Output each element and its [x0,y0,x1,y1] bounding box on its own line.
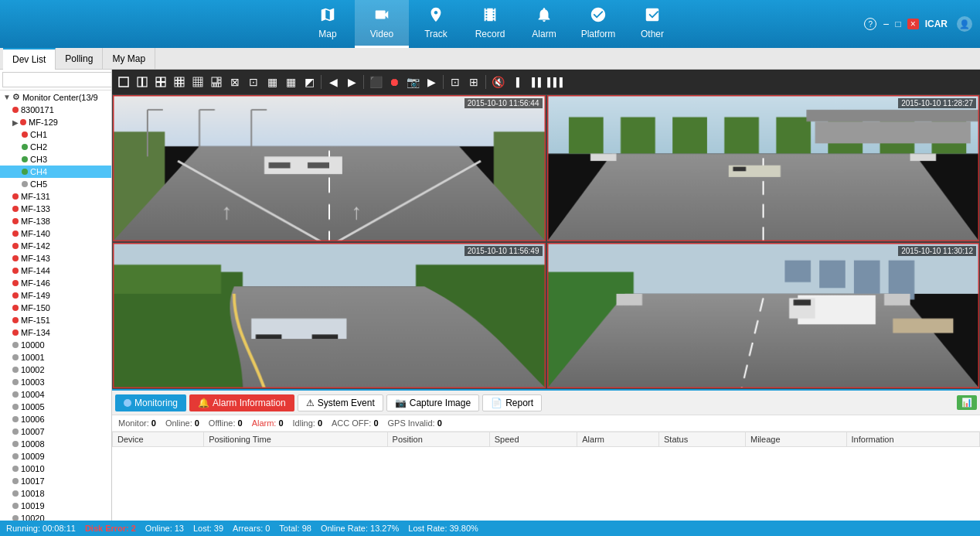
tree-item-ch3[interactable]: CH3 [0,153,111,166]
video-icon [373,6,390,27]
tree-item-mf-140[interactable]: MF-140 [0,227,111,240]
split-btn[interactable]: ⊞ [465,73,482,90]
stop-btn[interactable]: ⬛ [367,73,384,90]
nav-platform[interactable]: Platform [571,0,625,48]
tree-item-10019[interactable]: 10019 [0,500,111,512]
layout-1x1-btn[interactable] [115,73,132,90]
nav-track[interactable]: Track [409,0,463,48]
statusbar-online: Online: 13 [145,524,184,533]
record-btn[interactable]: ⏺ [386,73,403,90]
tree-item-10009[interactable]: 10009 [0,450,111,463]
top-right-controls: ? − □ × ICAR 👤 [864,0,972,48]
tab-devlist[interactable]: Dev List [3,48,56,70]
export-button[interactable]: 📊 [957,395,977,410]
layout-special4-btn[interactable]: ▦ [264,73,281,90]
platform-icon [590,6,607,27]
video-canvas-bl [113,243,546,389]
layout-4x4-btn[interactable] [189,73,206,90]
tree-item-mf-134[interactable]: MF-134 [0,326,111,339]
alarm-tab-icon: 🔔 [198,398,209,408]
tab-report[interactable]: 📄 Report [482,394,542,411]
sidebar-search-input[interactable] [2,72,112,87]
status-monitor: Monitor: 0 [118,418,156,428]
nav-map[interactable]: Map [301,0,355,48]
status-dot [12,490,19,497]
tree-item-10003[interactable]: 10003 [0,376,111,388]
snapshot-btn[interactable]: 📷 [404,73,421,90]
tree-item-mf-150[interactable]: MF-150 [0,302,111,314]
record-icon [481,6,499,27]
tree-item-ch4[interactable]: CH4 [0,166,111,178]
nav-alarm[interactable]: Alarm [517,0,571,48]
next-btn[interactable]: ▶ [343,73,360,90]
nav-other[interactable]: Other [625,0,679,48]
volume-high-btn[interactable]: ▐▐▐ [545,73,562,90]
tree-item-10018[interactable]: 10018 [0,487,111,500]
volume-mid-btn[interactable]: ▐▐ [526,73,543,90]
tree-item-mf-129[interactable]: ▶MF-129 [0,116,111,128]
tab-alarm-info[interactable]: 🔔 Alarm Information [189,394,294,411]
tree-item-ch1[interactable]: CH1 [0,128,111,141]
tab-mymap[interactable]: My Map [103,48,155,70]
user-avatar[interactable]: 👤 [957,16,972,32]
prev-btn[interactable]: ◀ [325,73,342,90]
layout-3x3-btn[interactable] [171,73,188,90]
tab-monitoring[interactable]: Monitoring [115,394,186,411]
maximize-icon[interactable]: □ [895,19,900,29]
tree-item-10017[interactable]: 10017 [0,475,111,487]
layout-1x2-btn[interactable] [134,73,151,90]
tree-item-mf-144[interactable]: MF-144 [0,265,111,277]
tab-system-event[interactable]: ⚠ System Event [298,394,383,411]
close-icon[interactable]: × [907,19,919,29]
video-grid: 2015-10-10 11:56:44 2015-10-10 11:28:27 … [112,94,980,389]
nav-record[interactable]: Record [463,0,517,48]
tree-item-mf-143[interactable]: MF-143 [0,252,111,265]
minimize-icon[interactable]: − [883,18,889,30]
tree-item-mf-138[interactable]: MF-138 [0,215,111,227]
layout-special2-btn[interactable]: ⊠ [226,73,243,90]
layout-special5-btn[interactable]: ▦ [282,73,299,90]
tree-item-mf-142[interactable]: MF-142 [0,240,111,252]
tab-capture-image[interactable]: 📷 Capture Image [386,394,479,411]
help-icon[interactable]: ? [864,18,876,30]
tree-item-10010[interactable]: 10010 [0,463,111,475]
tree-item-mf-133[interactable]: MF-133 [0,203,111,215]
tree-item-10001[interactable]: 10001 [0,351,111,364]
video-cell-tr[interactable]: 2015-10-10 11:28:27 [546,94,981,242]
tree-item-10004[interactable]: 10004 [0,388,111,401]
nav-video[interactable]: Video [355,0,409,48]
tree-item-mf-131[interactable]: MF-131 [0,190,111,203]
tree-item-10008[interactable]: 10008 [0,438,111,450]
tree-item-10006[interactable]: 10006 [0,413,111,425]
svg-rect-1 [138,77,142,87]
mute-btn[interactable]: 🔇 [489,73,506,90]
tab-polling[interactable]: Polling [56,48,103,70]
layout-special3-btn[interactable]: ⊡ [245,73,262,90]
tree-item-label: MF-144 [21,266,50,275]
tree-item-10000[interactable]: 10000 [0,339,111,351]
tree-item-mf-149[interactable]: MF-149 [0,289,111,302]
nav-alarm-label: Alarm [532,29,556,39]
fullscreen-btn[interactable]: ⊡ [447,73,464,90]
tree-item-monitor-center[interactable]: ▼⚙Monitor Center(13/9 [0,90,111,104]
tree-item-8300171[interactable]: 8300171 [0,104,111,116]
status-dot [12,329,19,336]
video-cell-br[interactable]: 2015-10-10 11:30:12 [546,242,981,390]
tree-item-mf-146[interactable]: MF-146 [0,277,111,289]
volume-low-btn[interactable]: ▐ [508,73,525,90]
svg-rect-29 [219,84,222,87]
video-cell-tl[interactable]: 2015-10-10 11:56:44 [112,94,546,242]
tree-item-10005[interactable]: 10005 [0,401,111,413]
tree-item-mf-151[interactable]: MF-151 [0,314,111,326]
layout-special6-btn[interactable]: ◩ [301,73,318,90]
tree-item-ch5[interactable]: CH5 [0,178,111,190]
video-cell-bl[interactable]: 2015-10-10 11:56:49 [112,242,546,390]
center-panel: ⊠ ⊡ ▦ ▦ ◩ ◀ ▶ ⬛ ⏺ 📷 ▶ ⊡ ⊞ 🔇 ▐ ▐▐ ▐▐▐ [112,70,980,536]
tree-item-10007[interactable]: 10007 [0,425,111,438]
layout-special1-btn[interactable] [208,73,225,90]
layout-2x2-btn[interactable] [152,73,169,90]
tree-item-ch2[interactable]: CH2 [0,141,111,153]
status-dot [12,391,19,398]
tree-item-10002[interactable]: 10002 [0,364,111,376]
play-btn[interactable]: ▶ [423,73,440,90]
